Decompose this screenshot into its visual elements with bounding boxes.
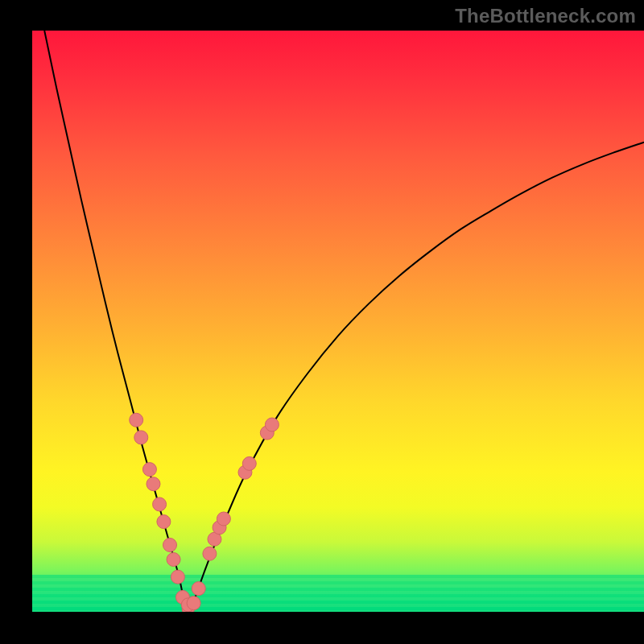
- plot-area: [32, 31, 644, 612]
- data-point-marker: [163, 538, 177, 551]
- data-point-marker: [147, 477, 160, 491]
- data-point-marker: [171, 570, 184, 584]
- data-point-marker: [217, 512, 230, 526]
- chart-stage: TheBottleneck.com: [0, 0, 644, 644]
- data-point-marker: [187, 597, 200, 610]
- watermark-text: TheBottleneck.com: [455, 5, 636, 27]
- data-point-marker: [157, 515, 171, 529]
- data-point-marker: [142, 463, 156, 477]
- data-point-marker: [265, 418, 279, 431]
- marker-group: [130, 413, 279, 612]
- data-point-marker: [203, 547, 217, 560]
- curve-layer: [32, 31, 644, 612]
- curve-right-branch: [192, 142, 644, 609]
- data-point-marker: [153, 497, 167, 511]
- data-point-marker: [167, 553, 180, 567]
- data-point-marker: [134, 431, 148, 444]
- data-point-marker: [130, 413, 143, 427]
- data-point-marker: [242, 456, 256, 470]
- data-point-marker: [192, 582, 205, 596]
